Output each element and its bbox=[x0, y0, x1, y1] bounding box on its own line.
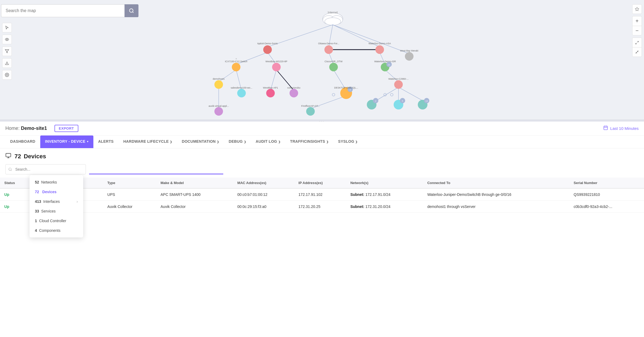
device-type: Auvik Collector bbox=[103, 201, 156, 213]
device-type: UPS bbox=[103, 188, 156, 201]
device-make-model: APC SMART-UPS 1400 bbox=[156, 188, 233, 201]
tab-syslog[interactable]: SYSLOG ❯ bbox=[333, 135, 363, 148]
search-button[interactable] bbox=[125, 4, 138, 17]
bottom-panel: Home: Demo-site1 EXPORT Last 10 Minutes … bbox=[0, 122, 644, 337]
settings-tool-button[interactable] bbox=[2, 70, 12, 80]
device-connected-to: demohost1 through vsServer bbox=[423, 201, 569, 213]
svg-text:21: 21 bbox=[388, 64, 390, 66]
expand-button[interactable] bbox=[632, 38, 642, 47]
breadcrumb: Home: Demo-site1 bbox=[5, 126, 47, 131]
search-input[interactable] bbox=[1, 4, 125, 17]
tab-dropdown-arrow: ▾ bbox=[87, 140, 88, 143]
svg-point-39 bbox=[324, 45, 333, 54]
dropdown-item-services[interactable]: 33 Services bbox=[30, 206, 83, 216]
filter-search-input[interactable] bbox=[5, 164, 86, 174]
svg-line-6 bbox=[637, 41, 638, 42]
svg-text:auvik-virtual-appl...: auvik-virtual-appl... bbox=[208, 105, 229, 107]
svg-point-50 bbox=[329, 63, 338, 71]
device-mac: 00:c0:b7:01:00:12 bbox=[233, 188, 294, 201]
svg-text:ICX7150-C12 Switch: ICX7150-C12 Switch bbox=[225, 60, 247, 63]
svg-point-41 bbox=[375, 45, 384, 54]
device-make-model: Auvik Collector bbox=[156, 201, 233, 213]
fullscreen-controls bbox=[632, 38, 642, 57]
dropdown-item-networks[interactable]: 52 Networks bbox=[30, 177, 83, 187]
view-tool-button[interactable] bbox=[2, 35, 12, 44]
tab-dashboard[interactable]: DASHBOARD bbox=[5, 135, 40, 148]
svg-point-0 bbox=[130, 9, 133, 12]
svg-text:DESKTOP-DBE2QL...: DESKTOP-DBE2QL... bbox=[334, 86, 358, 89]
svg-point-70 bbox=[214, 107, 223, 116]
table-row[interactable]: Up APC-108-WtrloDemo UPS APC SMART-UPS 1… bbox=[0, 188, 644, 201]
svg-text:13: 13 bbox=[426, 100, 428, 102]
dropdown-item-cloud-controller[interactable]: 1 Cloud Controller bbox=[30, 216, 83, 226]
device-connected-to: Waterloo-Juniper-DemoSwitchB through ge-… bbox=[423, 188, 569, 201]
tab-documentation[interactable]: DOCUMENTATION ❯ bbox=[177, 135, 224, 148]
calendar-icon bbox=[603, 125, 608, 131]
tab-audit-log[interactable]: AUDIT LOG ❯ bbox=[251, 135, 285, 148]
device-mac: 00:0c:29:15:f3:a0 bbox=[233, 201, 294, 213]
filter-row bbox=[0, 162, 644, 178]
svg-point-66 bbox=[394, 80, 403, 89]
svg-text:Iqaluit-Demo-Sonic: Iqaluit-Demo-Sonic bbox=[257, 42, 278, 45]
svg-text:✕: ✕ bbox=[235, 58, 237, 60]
svg-text:FirstfloorAP-OT...: FirstfloorAP-OT... bbox=[301, 105, 320, 107]
svg-point-37 bbox=[263, 45, 272, 54]
svg-point-43 bbox=[405, 52, 414, 61]
filter-tool-button[interactable] bbox=[2, 46, 12, 56]
panel-divider[interactable]: ... bbox=[0, 119, 644, 122]
svg-point-56 bbox=[237, 89, 246, 97]
svg-text:Ottawa-Demo-For...: Ottawa-Demo-For... bbox=[318, 42, 339, 45]
status-badge: Up bbox=[4, 192, 9, 197]
device-network: Subnet: 172.17.91.0/24 bbox=[346, 188, 423, 201]
svg-text:salesdemo100-wo...: salesdemo100-wo... bbox=[231, 86, 253, 89]
map-area[interactable]: + − Internet bbox=[0, 0, 644, 119]
dropdown-item-devices[interactable]: 72 Devices bbox=[30, 187, 83, 197]
svg-marker-2 bbox=[5, 50, 9, 53]
zoom-in-button[interactable]: + bbox=[632, 16, 642, 26]
network-diagram[interactable]: Internet Iqaluit-Demo-Sonic bbox=[0, 0, 644, 119]
pin-button[interactable] bbox=[632, 4, 642, 14]
table-row[interactable]: Up auvik-virtual-appliance Auvik Collect… bbox=[0, 201, 644, 213]
device-table-container[interactable]: Status Name ▲ Type Make & Model MAC Addr… bbox=[0, 178, 644, 337]
last-time-selector[interactable]: Last 10 Minutes bbox=[603, 125, 639, 131]
svg-point-48 bbox=[272, 63, 281, 71]
inventory-dropdown: 52 Networks 72 Devices 413 Interfaces › … bbox=[30, 175, 83, 237]
zoom-out-button[interactable]: − bbox=[632, 26, 642, 35]
tab-inventory-device[interactable]: INVENTORY - DEVICE ▾ bbox=[40, 135, 93, 148]
tab-hardware-lifecycle[interactable]: HARDWARE LIFECYCLE ❯ bbox=[118, 135, 177, 148]
tab-alerts[interactable]: ALERTS bbox=[93, 135, 119, 148]
zoom-controls: + − bbox=[632, 16, 642, 35]
svg-text:WestBay-MS220-8P: WestBay-MS220-8P bbox=[265, 60, 287, 63]
last-time-label: Last 10 Minutes bbox=[610, 126, 639, 131]
device-ip: 172.31.20.25 bbox=[294, 201, 346, 213]
export-button[interactable]: EXPORT bbox=[54, 125, 78, 132]
col-type: Type bbox=[103, 178, 156, 188]
divider-dots: ... bbox=[319, 119, 325, 122]
col-make-model: Make & Model bbox=[156, 178, 233, 188]
col-serial: Serial Number bbox=[569, 178, 644, 188]
svg-text:Internet: Internet bbox=[328, 11, 338, 14]
tab-debug[interactable]: DEBUG ❯ bbox=[224, 135, 251, 148]
panel-header: Home: Demo-site1 EXPORT Last 10 Minutes bbox=[0, 122, 644, 135]
svg-point-60 bbox=[290, 89, 298, 97]
col-network: Network(s) bbox=[346, 178, 423, 188]
col-status: Status bbox=[0, 178, 30, 188]
dropdown-item-interfaces[interactable]: 413 Interfaces › bbox=[30, 197, 83, 206]
svg-text:2: 2 bbox=[375, 100, 376, 102]
svg-text:Waterloo-Demo-ISR: Waterloo-Demo-ISR bbox=[374, 60, 396, 63]
devices-count: 72 Devices bbox=[14, 153, 46, 160]
svg-text:WestBay-AP1: WestBay-AP1 bbox=[263, 86, 278, 89]
svg-line-7 bbox=[636, 43, 637, 44]
devices-icon bbox=[5, 153, 11, 160]
svg-point-1 bbox=[6, 39, 8, 40]
tab-trafficinsights[interactable]: TRAFFICINSIGHTS ❯ bbox=[285, 135, 333, 148]
download-tool-button[interactable] bbox=[2, 58, 12, 68]
svg-rect-10 bbox=[121, 0, 523, 119]
compress-button[interactable] bbox=[632, 47, 642, 57]
svg-text:collectorubu: collectorubu bbox=[287, 86, 301, 89]
svg-text:demohost1: demohost1 bbox=[213, 78, 225, 80]
cursor-tool-button[interactable] bbox=[2, 23, 12, 32]
dropdown-item-components[interactable]: 4 Components bbox=[30, 226, 83, 235]
device-ip: 172.17.91.102 bbox=[294, 188, 346, 201]
svg-marker-5 bbox=[635, 7, 639, 11]
